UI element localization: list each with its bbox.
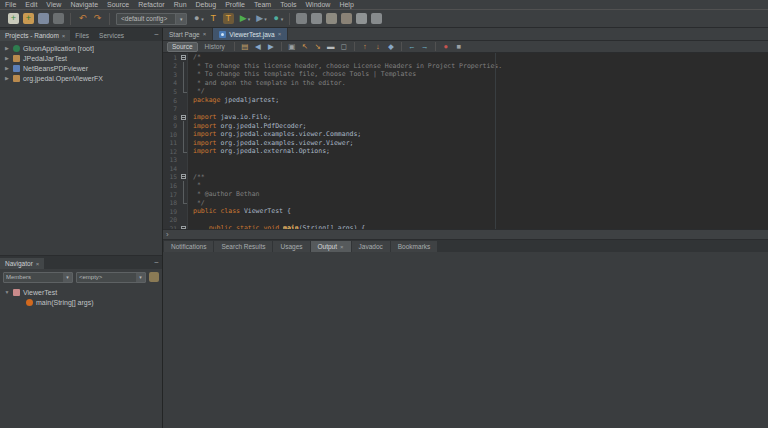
menu-profile[interactable]: Profile	[225, 0, 245, 10]
close-icon[interactable]: ×	[203, 31, 207, 37]
fold-gutter[interactable]	[179, 53, 188, 62]
find-selection-icon[interactable]: ▣	[287, 42, 297, 52]
chevron-down-icon[interactable]: ▾	[63, 273, 72, 282]
start-macro-recording-icon[interactable]: ●	[441, 42, 451, 52]
toggle-highlight-icon[interactable]: ▬	[326, 42, 336, 52]
menu-edit[interactable]: Edit	[25, 0, 37, 10]
menu-run[interactable]: Run	[174, 0, 187, 10]
tab-navigator[interactable]: Navigator ×	[0, 258, 44, 269]
tab-output[interactable]: Output×	[311, 241, 351, 252]
menu-file[interactable]: File	[5, 0, 16, 10]
plugin-icon-3[interactable]	[326, 13, 337, 24]
shift-line-right-icon[interactable]: →	[420, 42, 430, 52]
menu-refactor[interactable]: Refactor	[138, 0, 164, 10]
plugin-icon-5[interactable]	[356, 13, 367, 24]
last-edit-icon[interactable]: ▤	[240, 42, 250, 52]
tab-projects-random[interactable]: Projects - Random×	[0, 30, 70, 41]
close-icon[interactable]: ×	[62, 33, 66, 39]
tab-javadoc[interactable]: Javadoc	[352, 241, 390, 252]
expand-chevron-icon[interactable]: ›	[166, 231, 169, 239]
chevron-down-icon[interactable]: ▾	[281, 16, 284, 22]
tab-bookmarks[interactable]: Bookmarks	[391, 241, 438, 252]
plugin-icon-4[interactable]	[341, 13, 352, 24]
new-file-icon[interactable]: +	[8, 13, 19, 24]
expand-arrow-icon[interactable]: ▶	[4, 65, 10, 71]
history-view-button[interactable]: History	[201, 43, 229, 50]
menu-navigate[interactable]: Navigate	[70, 0, 98, 10]
navigator-view-select[interactable]: Members ▾	[3, 272, 73, 283]
run-configuration-select[interactable]: <default config>▾	[116, 13, 187, 25]
horizontal-scrollbar[interactable]: ›	[163, 229, 768, 239]
expand-arrow-icon[interactable]: ▼	[4, 289, 10, 295]
line-number: 4	[163, 79, 179, 88]
project-item-netbeanspdfviewer[interactable]: ▶NetBeansPDFviewer	[0, 63, 162, 73]
expand-arrow-icon[interactable]: ▶	[4, 55, 10, 61]
fold-gutter[interactable]	[179, 224, 188, 229]
sort-members-icon[interactable]	[149, 272, 159, 282]
menu-team[interactable]: Team	[254, 0, 271, 10]
source-view-button[interactable]: Source	[167, 42, 198, 52]
back-icon[interactable]: ◀	[253, 42, 263, 52]
fold-collapse-icon[interactable]	[181, 55, 186, 60]
project-item-jpedaljartest[interactable]: ▶JPedalJarTest	[0, 53, 162, 63]
tab-services[interactable]: Services	[94, 30, 129, 41]
minimize-navigator-button[interactable]: −	[154, 259, 159, 267]
plugin-icon-1[interactable]	[296, 13, 307, 24]
plugin-icon-6[interactable]	[371, 13, 382, 24]
fold-gutter[interactable]	[179, 173, 188, 182]
fold-collapse-icon[interactable]	[181, 115, 186, 120]
chevron-down-icon[interactable]: ▾	[201, 16, 204, 22]
navigator-item-main-string-args[interactable]: main(String[] args)	[0, 297, 162, 307]
toggle-bookmark-icon[interactable]: ◆	[386, 42, 396, 52]
forward-icon[interactable]: ▶	[266, 42, 276, 52]
expand-arrow-icon[interactable]: ▶	[4, 45, 10, 51]
build-project-icon[interactable]: T	[208, 13, 219, 24]
chevron-down-icon[interactable]: ▾	[264, 16, 267, 22]
previous-occurrence-icon[interactable]: ↖	[300, 42, 310, 52]
tab-viewertest-java[interactable]: ViewerTest.java×	[213, 28, 288, 40]
close-icon[interactable]: ×	[340, 244, 344, 250]
undo-icon[interactable]: ↶	[77, 13, 88, 24]
tab-search-results[interactable]: Search Results	[214, 241, 272, 252]
fold-collapse-icon[interactable]	[181, 174, 186, 179]
menu-source[interactable]: Source	[107, 0, 129, 10]
plugin-icon-2[interactable]	[311, 13, 322, 24]
project-item-gluonapplication-root[interactable]: ▶GluonApplication [root]	[0, 43, 162, 53]
next-bookmark-icon[interactable]: ↓	[373, 42, 383, 52]
new-project-icon[interactable]: +	[23, 13, 34, 24]
toolbar-separator	[401, 42, 402, 51]
menu-debug[interactable]: Debug	[196, 0, 217, 10]
menu-window[interactable]: Window	[305, 0, 330, 10]
chevron-down-icon[interactable]: ▾	[175, 14, 186, 24]
tab-notifications[interactable]: Notifications	[164, 241, 213, 252]
fold-collapse-icon[interactable]	[181, 226, 186, 229]
plugin-icon-1-wrap	[296, 13, 307, 24]
chevron-down-icon[interactable]: ▾	[136, 273, 145, 282]
shift-line-left-icon[interactable]: ←	[407, 42, 417, 52]
close-icon[interactable]: ×	[36, 261, 40, 267]
minimize-projects-button[interactable]: −	[154, 31, 159, 39]
tab-files[interactable]: Files	[70, 30, 94, 41]
menu-help[interactable]: Help	[339, 0, 353, 10]
stop-macro-recording-icon[interactable]: ■	[454, 42, 464, 52]
project-item-org-jpedal-openviewerfx[interactable]: ▶org.jpedal.OpenViewerFX	[0, 73, 162, 83]
close-icon[interactable]: ×	[278, 31, 282, 37]
menu-view[interactable]: View	[46, 0, 61, 10]
previous-bookmark-icon[interactable]: ↑	[360, 42, 370, 52]
fold-gutter[interactable]	[179, 113, 188, 122]
chevron-down-icon[interactable]: ▾	[248, 16, 251, 22]
navigator-item-viewertest[interactable]: ▼ViewerTest	[0, 287, 162, 297]
tab-start-page[interactable]: Start Page×	[163, 28, 213, 40]
tab-usages[interactable]: Usages	[273, 241, 309, 252]
clean-and-build-icon[interactable]: T	[223, 13, 234, 24]
code-editor[interactable]: 1/*2 * To change this license header, ch…	[163, 53, 768, 229]
next-occurrence-icon[interactable]: ↘	[313, 42, 323, 52]
save-all-icon[interactable]	[53, 13, 64, 24]
menu-tools[interactable]: Tools	[280, 0, 296, 10]
expand-arrow-icon[interactable]: ▶	[4, 75, 10, 81]
rectangular-selection-icon[interactable]: ◻	[339, 42, 349, 52]
redo-icon[interactable]: ↷	[92, 13, 103, 24]
navigator-filter-select[interactable]: <empty> ▾	[76, 272, 146, 283]
navigator-tree: ▼ViewerTestmain(String[] args)	[0, 285, 162, 309]
open-project-icon[interactable]	[38, 13, 49, 24]
